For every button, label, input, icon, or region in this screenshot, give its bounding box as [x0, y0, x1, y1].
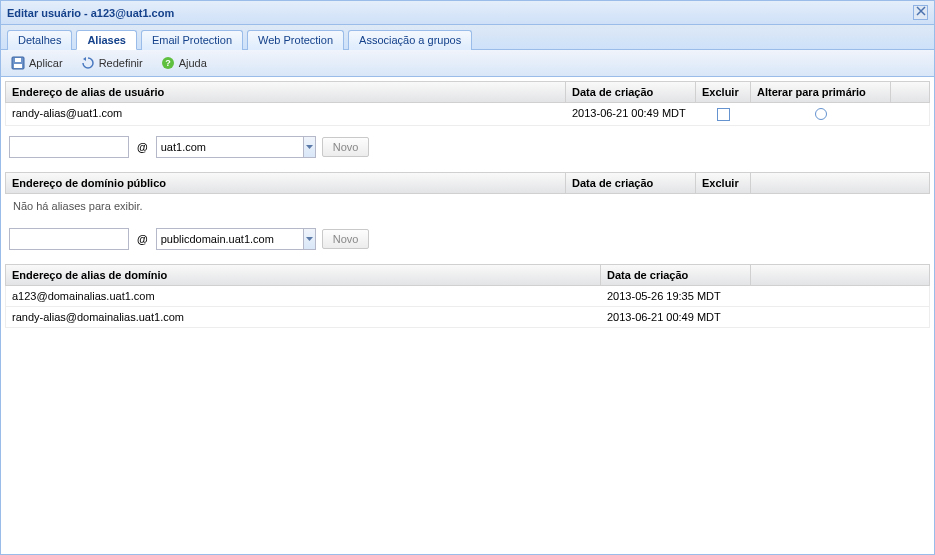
user-alias-created: 2013-06-21 00:49 MDT [566, 103, 696, 125]
col-public-domain-created[interactable]: Data de criação [566, 173, 696, 193]
window-title: Editar usuário - a123@uat1.com [7, 7, 174, 19]
apply-label: Aplicar [29, 57, 63, 69]
user-alias-primary-radio[interactable] [815, 108, 827, 120]
save-icon [11, 56, 25, 70]
user-alias-row[interactable]: randy-alias@uat1.com 2013-06-21 00:49 MD… [5, 103, 930, 126]
titlebar: Editar usuário - a123@uat1.com [1, 1, 934, 25]
public-domain-new-button[interactable]: Novo [322, 229, 370, 249]
user-alias-local-input[interactable] [9, 136, 129, 158]
col-public-domain-spacer [751, 173, 929, 193]
user-alias-domain-combo[interactable] [156, 136, 316, 158]
col-domain-alias-address[interactable]: Endereço de alias de domínio [6, 265, 601, 285]
help-label: Ajuda [179, 57, 207, 69]
domain-alias-created: 2013-05-26 19:35 MDT [601, 286, 751, 306]
at-symbol: @ [135, 141, 150, 153]
tab-associacao-grupos[interactable]: Associação a grupos [348, 30, 472, 50]
col-domain-alias-created[interactable]: Data de criação [601, 265, 751, 285]
toolbar: Aplicar Redefinir ? Ajuda [1, 50, 934, 77]
user-alias-domain-trigger[interactable] [303, 137, 315, 157]
tab-email-protection[interactable]: Email Protection [141, 30, 243, 50]
domain-alias-address: randy-alias@domainalias.uat1.com [6, 307, 601, 327]
edit-user-window: Editar usuário - a123@uat1.com Detalhes … [0, 0, 935, 555]
reset-button[interactable]: Redefinir [77, 54, 147, 72]
col-user-alias-address[interactable]: Endereço de alias de usuário [6, 82, 566, 102]
help-icon: ? [161, 56, 175, 70]
help-button[interactable]: ? Ajuda [157, 54, 211, 72]
public-domain-local-input[interactable] [9, 228, 129, 250]
col-user-alias-spacer [891, 82, 929, 102]
user-alias-delete-cell [696, 103, 751, 125]
user-alias-primary-cell [751, 103, 891, 125]
tab-detalhes[interactable]: Detalhes [7, 30, 72, 50]
user-alias-domain-input[interactable] [157, 137, 303, 157]
tab-aliases[interactable]: Aliases [76, 30, 137, 50]
domain-alias-row[interactable]: randy-alias@domainalias.uat1.com 2013-06… [5, 307, 930, 328]
apply-button[interactable]: Aplicar [7, 54, 67, 72]
user-alias-new-button[interactable]: Novo [322, 137, 370, 157]
public-domain-form: @ Novo [5, 218, 930, 264]
domain-alias-created: 2013-06-21 00:49 MDT [601, 307, 751, 327]
col-user-alias-primary[interactable]: Alterar para primário [751, 82, 891, 102]
domain-alias-row[interactable]: a123@domainalias.uat1.com 2013-05-26 19:… [5, 286, 930, 307]
tab-strip: Detalhes Aliases Email Protection Web Pr… [1, 25, 934, 50]
user-alias-delete-checkbox[interactable] [717, 108, 730, 121]
public-domain-input[interactable] [157, 229, 303, 249]
svg-text:?: ? [165, 58, 171, 68]
reset-icon [81, 56, 95, 70]
svg-rect-1 [14, 64, 22, 68]
at-symbol: @ [135, 233, 150, 245]
domain-alias-address: a123@domainalias.uat1.com [6, 286, 601, 306]
public-domain-empty: Não há aliases para exibir. [5, 194, 930, 218]
domain-alias-header: Endereço de alias de domínio Data de cri… [5, 264, 930, 286]
svg-rect-2 [15, 58, 21, 62]
col-domain-alias-spacer [751, 265, 929, 285]
public-domain-header: Endereço de domínio público Data de cria… [5, 172, 930, 194]
close-icon [916, 6, 926, 16]
user-alias-header: Endereço de alias de usuário Data de cri… [5, 81, 930, 103]
user-alias-address: randy-alias@uat1.com [6, 103, 566, 125]
user-alias-form: @ Novo [5, 126, 930, 172]
col-user-alias-created[interactable]: Data de criação [566, 82, 696, 102]
col-public-domain-address[interactable]: Endereço de domínio público [6, 173, 566, 193]
chevron-down-icon [306, 145, 313, 149]
col-public-domain-delete[interactable]: Excluir [696, 173, 751, 193]
col-user-alias-delete[interactable]: Excluir [696, 82, 751, 102]
close-button[interactable] [913, 5, 928, 20]
chevron-down-icon [306, 237, 313, 241]
public-domain-combo[interactable] [156, 228, 316, 250]
content-area: Endereço de alias de usuário Data de cri… [1, 77, 934, 554]
tab-web-protection[interactable]: Web Protection [247, 30, 344, 50]
public-domain-trigger[interactable] [303, 229, 315, 249]
reset-label: Redefinir [99, 57, 143, 69]
